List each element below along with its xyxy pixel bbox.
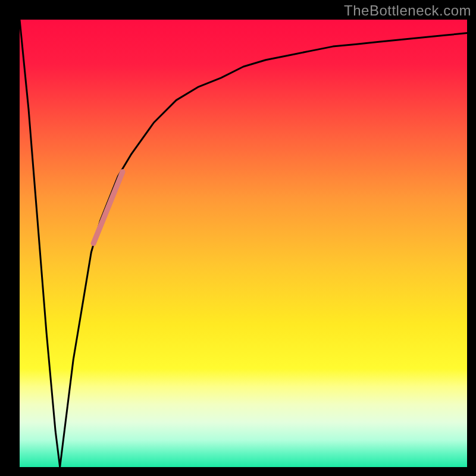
plot-area	[20, 20, 467, 467]
marker-segment	[93, 172, 123, 243]
watermark-text: TheBottleneck.com	[344, 2, 471, 19]
bottleneck-curve	[20, 20, 467, 467]
chart-stage: TheBottleneck.com	[0, 0, 476, 476]
axis-corner	[0, 467, 20, 476]
x-axis-area	[20, 467, 467, 476]
y-axis-area	[0, 20, 20, 467]
chart-svg	[20, 20, 467, 467]
